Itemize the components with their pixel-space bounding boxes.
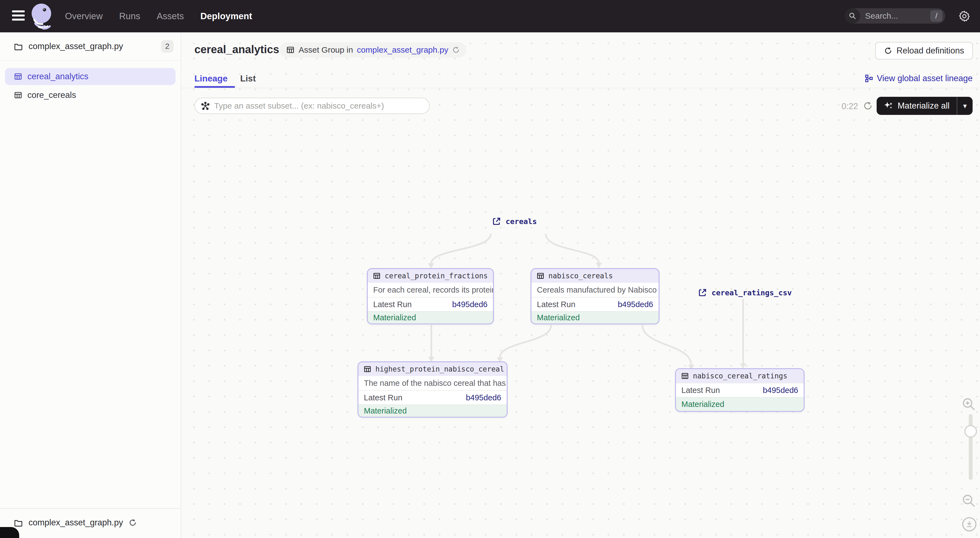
reload-icon <box>884 47 892 55</box>
view-tabs: Lineage List <box>194 73 256 84</box>
external-link-icon <box>492 216 501 226</box>
tabs-divider <box>181 88 980 88</box>
folder-icon <box>14 518 23 527</box>
sidebar-repo-label: complex_asset_graph.py <box>29 41 161 51</box>
asset-group-pill-link[interactable]: complex_asset_graph.py <box>357 45 448 54</box>
nav-links: Overview Runs Assets Deployment <box>65 0 252 32</box>
sidebar-repo-count-badge: 2 <box>161 40 173 53</box>
sidebar-footer-repo[interactable]: complex_asset_graph.py <box>14 515 137 530</box>
asset-name: nabisco_cereal_ratings <box>693 372 787 380</box>
search-shortcut-badge: / <box>931 10 942 22</box>
view-global-asset-lineage-label: View global asset lineage <box>877 73 973 83</box>
external-asset-label: cereals <box>506 217 537 226</box>
zoom-out-icon[interactable] <box>962 493 976 508</box>
folder-icon <box>14 42 23 51</box>
materialized-status-badge: Materialized <box>368 311 493 323</box>
asset-description: Cereals manufactured by Nabisco <box>531 283 659 297</box>
asset-node-highest-protein-nabisco-cereal[interactable]: highest_protein_nabisco_cereal The name … <box>358 361 508 418</box>
settings-gear-icon[interactable] <box>958 10 970 22</box>
latest-run-label: Latest Run <box>373 300 412 309</box>
view-global-asset-lineage-link[interactable]: View global asset lineage <box>865 73 973 83</box>
sparkle-icon <box>884 101 893 110</box>
asset-node-cereal-protein-fractions[interactable]: cereal_protein_fractions For each cereal… <box>367 268 494 325</box>
asset-subset-input[interactable] <box>214 101 423 110</box>
run-id-link[interactable]: b495ded6 <box>466 393 501 402</box>
search-placeholder: Search... <box>865 11 931 21</box>
reload-definitions-label: Reload definitions <box>897 46 964 56</box>
external-asset-cereals[interactable]: cereals <box>492 216 537 226</box>
run-id-link[interactable]: b495ded6 <box>452 300 488 309</box>
materialized-status-badge: Materialized <box>358 404 507 417</box>
sidebar-repo-row[interactable]: complex_asset_graph.py 2 <box>0 32 181 60</box>
nav-item-runs[interactable]: Runs <box>119 11 140 21</box>
reload-status-icon <box>452 46 460 54</box>
zoom-slider-handle[interactable] <box>964 425 977 438</box>
table-icon <box>681 372 689 380</box>
sidebar-item-label: cereal_analytics <box>27 72 88 81</box>
zoom-in-icon[interactable] <box>962 397 976 411</box>
run-id-link[interactable]: b495ded6 <box>763 386 798 395</box>
top-nav: Overview Runs Assets Deployment Search..… <box>0 0 980 32</box>
asset-node-nabisco-cereal-ratings[interactable]: nabisco_cereal_ratings Latest Run b495de… <box>675 368 805 412</box>
recenter-view-icon[interactable] <box>962 517 977 532</box>
latest-run-label: Latest Run <box>364 393 402 402</box>
reload-definitions-button[interactable]: Reload definitions <box>875 42 973 59</box>
refresh-timer: 0:22 <box>842 102 858 111</box>
sidebar-footer-label: complex_asset_graph.py <box>29 518 123 528</box>
external-asset-label: cereal_ratings_csv <box>711 288 792 297</box>
external-asset-cereal-ratings-csv[interactable]: cereal_ratings_csv <box>698 288 792 297</box>
asset-graph-filter-icon <box>201 102 210 110</box>
tab-list[interactable]: List <box>240 73 256 84</box>
nav-item-deployment[interactable]: Deployment <box>200 11 252 21</box>
asset-group-pill: Asset Group in complex_asset_graph.py <box>279 42 466 57</box>
asset-description: The name of the nabisco cereal that has … <box>358 376 507 390</box>
sidebar-item-label: core_cereals <box>27 90 76 100</box>
asset-name: nabisco_cereals <box>549 272 613 280</box>
materialized-status-badge: Materialized <box>676 397 804 411</box>
refresh-icon[interactable] <box>863 101 873 111</box>
asset-node-nabisco-cereals[interactable]: nabisco_cereals Cereals manufactured by … <box>531 268 659 325</box>
asset-group-icon <box>14 72 22 81</box>
reload-status-icon <box>129 519 137 527</box>
asset-group-pill-prefix: Asset Group in <box>299 45 353 54</box>
tab-lineage[interactable]: Lineage <box>194 73 228 84</box>
zoom-slider-track[interactable] <box>969 414 973 480</box>
asset-name: highest_protein_nabisco_cereal <box>375 365 504 373</box>
hamburger-menu-icon[interactable] <box>12 10 25 22</box>
materialize-all-button[interactable]: Materialize all ▾ <box>877 97 973 115</box>
sidebar-item-cereal-analytics[interactable]: cereal_analytics <box>5 68 175 85</box>
materialize-dropdown-caret[interactable]: ▾ <box>957 102 973 110</box>
sidebar-footer-divider <box>0 508 181 509</box>
asset-description: For each cereal, records its protein ... <box>368 283 493 297</box>
table-icon <box>363 365 372 373</box>
dagster-logo-icon[interactable] <box>29 2 56 30</box>
nav-item-assets[interactable]: Assets <box>157 11 184 21</box>
latest-run-label: Latest Run <box>537 300 575 309</box>
asset-name: cereal_protein_fractions <box>385 272 488 280</box>
table-icon <box>536 272 544 280</box>
nav-item-overview[interactable]: Overview <box>65 11 103 21</box>
external-link-icon <box>698 288 707 297</box>
global-search-input[interactable]: Search... / <box>845 8 945 24</box>
table-icon <box>373 272 381 280</box>
asset-group-icon <box>14 91 22 100</box>
lineage-graph-icon <box>865 74 873 83</box>
asset-group-icon <box>286 46 295 54</box>
asset-subset-filter[interactable] <box>194 98 430 114</box>
materialized-status-badge: Materialized <box>531 311 659 323</box>
page-title: cereal_analytics <box>194 43 279 56</box>
sidebar-item-core-cereals[interactable]: core_cereals <box>5 87 175 103</box>
main-panel: cereal_analytics Asset Group in complex_… <box>181 32 980 538</box>
run-id-link[interactable]: b495ded6 <box>618 300 653 309</box>
materialize-all-label: Materialize all <box>897 101 950 111</box>
sidebar: complex_asset_graph.py 2 cereal_analytic… <box>0 32 181 538</box>
search-icon <box>845 8 860 24</box>
latest-run-label: Latest Run <box>681 386 720 395</box>
